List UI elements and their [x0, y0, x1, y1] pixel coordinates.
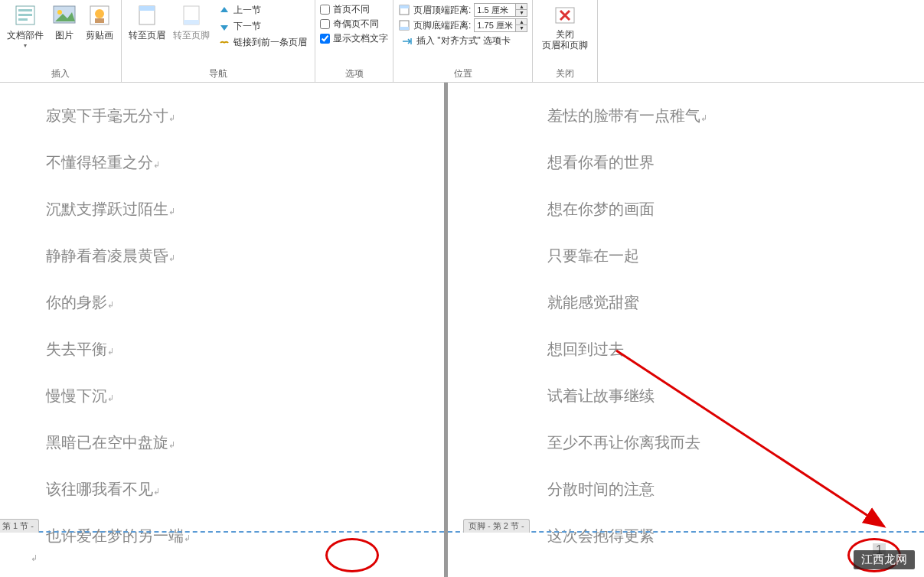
svg-rect-16 — [400, 27, 409, 30]
arrow-down-icon — [218, 21, 230, 33]
clipart-icon — [87, 3, 112, 28]
text-line: 想看你看的世界 — [547, 152, 924, 173]
arrow-up-icon — [218, 5, 230, 17]
text-line: 至少不再让你离我而去 — [547, 432, 924, 453]
text-line: 想在你梦的画面 — [547, 199, 924, 220]
insert-align-tab-button[interactable]: 插入 "对齐方式" 选项卡 — [398, 34, 527, 48]
header-distance-label: 页眉顶端距离: — [413, 4, 471, 17]
group-close: 关闭 页眉和页脚 关闭 — [533, 0, 598, 82]
close-label-1: 关闭 — [542, 29, 588, 40]
text-line: 想回到过去 — [547, 339, 924, 360]
annotation-circle — [325, 538, 379, 572]
picture-icon — [52, 3, 77, 28]
tab-icon — [401, 35, 413, 47]
svg-rect-12 — [184, 20, 199, 24]
link-icon — [218, 37, 230, 49]
text-line: 羞怯的脸带有一点稚气↲ — [547, 106, 924, 126]
group-position: 页眉顶端距离: 1.5 厘米 ▲▼ 页脚底端距离: 1.75 厘米 ▲▼ — [393, 0, 533, 82]
next-section-label: 下一节 — [233, 20, 261, 33]
text-line: 黑暗已在空中盘旋↲ — [46, 432, 444, 453]
doc-parts-icon — [13, 3, 38, 28]
page-2-body: 羞怯的脸带有一点稚气↲ 想看你看的世界 想在你梦的画面 只要靠在一起 就能感觉甜… — [448, 83, 924, 546]
header-distance-spinner[interactable]: 1.5 厘米 ▲▼ — [474, 3, 527, 17]
group-navigation: 转至页眉 转至页脚 上一节 下一节 链接到前一条页眉 — [122, 0, 315, 82]
goto-footer-label: 转至页脚 — [173, 29, 210, 42]
goto-header-icon — [135, 3, 159, 28]
first-page-different-checkbox[interactable]: 首页不同 — [320, 3, 388, 16]
doc-parts-button[interactable]: 文档部件 ▾ — [5, 2, 46, 51]
header-distance-value: 1.5 厘米 — [475, 5, 515, 16]
text-line: 你的身影↲ — [46, 292, 444, 313]
text-line: 该往哪我看不见↲ — [46, 479, 444, 500]
picture-label: 图片 — [55, 29, 73, 42]
spin-down-icon[interactable]: ▼ — [516, 10, 527, 16]
footer-boundary — [0, 531, 444, 533]
text-line: 也许爱在梦的另一端↲ — [46, 526, 444, 546]
text-line: 寂寞下手毫无分寸↲ — [46, 106, 444, 126]
text-line: 只要靠在一起 — [547, 246, 924, 266]
page-1-body: 寂寞下手毫无分寸↲ 不懂得轻重之分↲ 沉默支撑跃过陌生↲ 静静看着凌晨黄昏↲ 你… — [0, 83, 444, 546]
group-options: 首页不同 奇偶页不同 显示文档文字 选项 — [315, 0, 393, 82]
spin-down-icon[interactable]: ▼ — [516, 25, 527, 31]
link-previous-label: 链接到前一条页眉 — [233, 36, 307, 49]
goto-header-label: 转至页眉 — [129, 29, 165, 42]
prev-section-label: 上一节 — [233, 4, 261, 17]
footer-section-tab-1: 第 1 节 - — [0, 519, 39, 533]
footer-distance-icon — [398, 19, 410, 31]
odd-even-different-checkbox[interactable]: 奇偶页不同 — [320, 18, 388, 31]
text-line: 分散时间的注意 — [547, 479, 924, 500]
text-line: 慢慢下沉↲ — [46, 386, 444, 406]
footer-content-1[interactable]: ↲ — [31, 553, 38, 563]
group-close-label: 关闭 — [537, 66, 593, 82]
text-line: 就能感觉甜蜜 — [547, 292, 924, 313]
svg-rect-1 — [18, 9, 32, 11]
group-options-label: 选项 — [320, 66, 388, 82]
group-insert: 文档部件 ▾ 图片 剪贴画 插入 — [0, 0, 122, 82]
text-line: 失去平衡↲ — [46, 339, 444, 360]
goto-footer-button[interactable]: 转至页脚 — [171, 2, 212, 44]
clipart-button[interactable]: 剪贴画 — [83, 2, 116, 44]
document-area: 寂寞下手毫无分寸↲ 不懂得轻重之分↲ 沉默支撑跃过陌生↲ 静静看着凌晨黄昏↲ 你… — [0, 83, 924, 577]
text-line: 沉默支撑跃过陌生↲ — [46, 199, 444, 220]
spin-up-icon[interactable]: ▲ — [516, 19, 527, 25]
prev-section-button[interactable]: 上一节 — [215, 3, 310, 18]
group-nav-label: 导航 — [126, 66, 310, 82]
footer-distance-spinner[interactable]: 1.75 厘米 ▲▼ — [474, 18, 527, 32]
page-1[interactable]: 寂寞下手毫无分寸↲ 不懂得轻重之分↲ 沉默支撑跃过陌生↲ 静静看着凌晨黄昏↲ 你… — [0, 83, 444, 577]
ribbon-header-footer-tools: 文档部件 ▾ 图片 剪贴画 插入 — [0, 0, 924, 83]
svg-rect-3 — [18, 18, 28, 21]
footer-distance-label: 页脚底端距离: — [413, 19, 471, 32]
svg-point-7 — [95, 9, 104, 18]
svg-rect-8 — [95, 18, 104, 23]
doc-parts-label: 文档部件 — [7, 29, 44, 42]
goto-header-button[interactable]: 转至页眉 — [126, 2, 168, 44]
header-distance-icon — [398, 4, 410, 16]
spin-up-icon[interactable]: ▲ — [516, 4, 527, 10]
close-icon — [553, 3, 577, 28]
svg-rect-10 — [139, 6, 155, 11]
footer-distance-value: 1.75 厘米 — [475, 20, 515, 31]
group-position-label: 位置 — [398, 66, 527, 82]
link-previous-button[interactable]: 链接到前一条页眉 — [215, 35, 310, 50]
next-section-button[interactable]: 下一节 — [215, 19, 310, 34]
text-line: 不懂得轻重之分↲ — [46, 152, 444, 173]
picture-button[interactable]: 图片 — [49, 2, 80, 44]
svg-point-5 — [57, 10, 62, 15]
close-header-footer-button[interactable]: 关闭 页眉和页脚 — [537, 2, 593, 52]
chevron-down-icon: ▾ — [24, 42, 27, 49]
svg-rect-2 — [18, 14, 32, 16]
footer-section-tab-2: 页脚 - 第 2 节 - — [463, 519, 530, 533]
text-line: 试着让故事继续 — [547, 386, 924, 406]
group-insert-label: 插入 — [5, 66, 116, 82]
text-line: 静静看着凌晨黄昏↲ — [46, 246, 444, 266]
svg-rect-14 — [400, 5, 409, 8]
page-2[interactable]: 羞怯的脸带有一点稚气↲ 想看你看的世界 想在你梦的画面 只要靠在一起 就能感觉甜… — [448, 83, 924, 577]
clipart-label: 剪贴画 — [86, 29, 113, 42]
goto-footer-icon — [179, 3, 204, 28]
close-label-2: 页眉和页脚 — [542, 40, 588, 51]
watermark: 江西龙网 — [854, 550, 915, 569]
insert-align-tab-label: 插入 "对齐方式" 选项卡 — [416, 34, 511, 47]
show-document-text-checkbox[interactable]: 显示文档文字 — [320, 32, 388, 45]
